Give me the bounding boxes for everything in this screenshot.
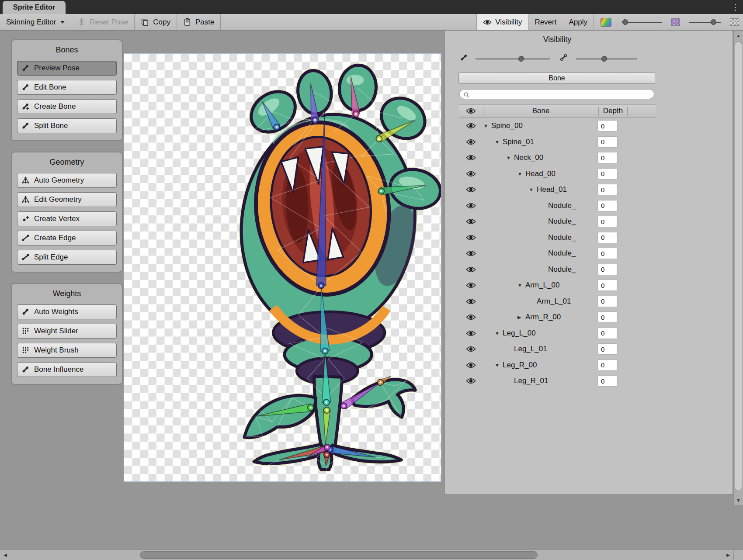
skinning-editor-dropdown[interactable]: Skinning Editor xyxy=(0,14,71,30)
depth-input[interactable] xyxy=(597,311,618,323)
depth-input[interactable] xyxy=(597,232,618,243)
preview-pose-button[interactable]: Preview Pose xyxy=(17,61,117,76)
depth-input[interactable] xyxy=(597,168,618,180)
vertical-scrollbar[interactable]: ▲ ▼ xyxy=(733,31,743,505)
revert-button[interactable]: Revert xyxy=(528,14,562,30)
weight-slider-button[interactable]: Weight Slider xyxy=(17,324,117,339)
bone-row[interactable]: ▼Leg_R_00 xyxy=(458,357,656,373)
expander-down-icon[interactable]: ▼ xyxy=(517,171,525,176)
scroll-left-icon[interactable]: ◀ xyxy=(0,550,10,560)
expander-down-icon[interactable]: ▼ xyxy=(529,187,537,192)
visibility-eye-icon[interactable] xyxy=(458,282,483,289)
visibility-eye-icon[interactable] xyxy=(458,122,483,129)
depth-input[interactable] xyxy=(597,184,618,195)
bone-row[interactable]: ▶Arm_R_00 xyxy=(458,309,656,325)
visibility-eye-icon[interactable] xyxy=(458,186,483,193)
copy-button[interactable]: Copy xyxy=(135,14,177,30)
auto-geometry-button[interactable]: Auto Geometry xyxy=(17,173,117,188)
depth-input[interactable] xyxy=(597,343,618,355)
split-edge-button[interactable]: Split Edge xyxy=(17,250,117,265)
bone-influence-button[interactable]: Bone Influence xyxy=(17,362,117,377)
mesh-opacity-slider[interactable] xyxy=(576,56,637,62)
bone-row[interactable]: Nodule_ xyxy=(458,230,656,246)
visibility-eye-icon[interactable] xyxy=(458,346,483,353)
depth-input[interactable] xyxy=(597,264,618,275)
scroll-up-icon[interactable]: ▲ xyxy=(734,31,743,40)
apply-button[interactable]: Apply xyxy=(562,14,594,30)
depth-input[interactable] xyxy=(597,280,618,291)
column-header-depth[interactable]: Depth xyxy=(599,107,628,115)
sprite-canvas[interactable] xyxy=(124,53,441,482)
bone-row[interactable]: ▼Leg_L_00 xyxy=(458,325,656,342)
visibility-eye-icon[interactable] xyxy=(458,362,483,369)
depth-input[interactable] xyxy=(597,120,618,131)
visibility-eye-icon[interactable] xyxy=(458,266,483,273)
depth-input[interactable] xyxy=(597,328,618,339)
bone-row[interactable]: ▼Spine_01 xyxy=(458,134,656,150)
bone-opacity-slider[interactable] xyxy=(476,56,550,62)
vertical-scroll-thumb[interactable] xyxy=(735,41,742,491)
visibility-eye-icon[interactable] xyxy=(458,170,483,177)
visibility-toggle-button[interactable]: Visibility xyxy=(476,14,528,30)
bone-row[interactable]: ▼Neck_00 xyxy=(458,150,656,166)
visibility-eye-icon[interactable] xyxy=(458,202,483,209)
bone-row[interactable]: ▼Spine_00 xyxy=(458,118,656,134)
bone-tab-button[interactable]: Bone xyxy=(458,73,655,84)
bone-row[interactable]: ▼Arm_L_00 xyxy=(458,277,656,294)
expander-down-icon[interactable]: ▼ xyxy=(517,283,525,288)
bone-row[interactable]: ▼Head_01 xyxy=(458,182,656,198)
slider-handle[interactable] xyxy=(601,56,607,62)
expander-right-icon[interactable]: ▶ xyxy=(517,315,525,320)
horizontal-scroll-thumb[interactable] xyxy=(140,551,538,559)
reset-pose-button[interactable]: Reset Pose xyxy=(71,14,134,30)
depth-input[interactable] xyxy=(597,136,618,148)
tab-sprite-editor[interactable]: Sprite Editor xyxy=(3,1,66,14)
depth-input[interactable] xyxy=(597,296,618,307)
slider-handle[interactable] xyxy=(518,56,524,62)
expander-down-icon[interactable]: ▼ xyxy=(506,155,514,160)
bone-row[interactable]: Arm_L_01 xyxy=(458,294,656,310)
visibility-eye-icon[interactable] xyxy=(458,314,483,321)
window-menu-icon[interactable]: ⋮ xyxy=(730,1,741,13)
scroll-down-icon[interactable]: ▼ xyxy=(734,495,743,505)
depth-input[interactable] xyxy=(597,360,618,371)
create-edge-button[interactable]: Create Edge xyxy=(17,231,117,245)
slider-handle[interactable] xyxy=(622,19,628,25)
visibility-eye-icon[interactable] xyxy=(458,298,483,305)
create-bone-button[interactable]: Create Bone xyxy=(17,99,117,114)
expander-down-icon[interactable]: ▼ xyxy=(495,139,503,145)
split-bone-button[interactable]: Split Bone xyxy=(17,118,117,133)
create-vertex-button[interactable]: Create Vertex xyxy=(17,211,117,226)
slider-handle[interactable] xyxy=(711,19,716,25)
depth-input[interactable] xyxy=(597,152,618,163)
visibility-eye-icon[interactable] xyxy=(458,330,483,337)
visibility-eye-icon[interactable] xyxy=(458,250,483,257)
expander-down-icon[interactable]: ▼ xyxy=(495,363,503,368)
column-header-bone[interactable]: Bone xyxy=(483,107,599,115)
depth-input[interactable] xyxy=(597,375,618,387)
alpha-checker-icon[interactable] xyxy=(730,18,739,26)
bone-row[interactable]: Nodule_ xyxy=(458,262,656,278)
paste-button[interactable]: Paste xyxy=(177,14,220,30)
visibility-eye-icon[interactable] xyxy=(458,154,483,161)
depth-input[interactable] xyxy=(597,248,618,259)
expander-down-icon[interactable]: ▼ xyxy=(483,123,491,128)
bone-row[interactable]: Nodule_ xyxy=(458,198,656,214)
auto-weights-button[interactable]: Auto Weights xyxy=(17,304,117,319)
edit-bone-button[interactable]: Edit Bone xyxy=(17,80,117,95)
bone-row[interactable]: Nodule_ xyxy=(458,245,656,262)
bone-row[interactable]: Nodule_ xyxy=(458,214,656,230)
visibility-eye-icon[interactable] xyxy=(458,234,483,241)
toolbar-opacity-slider[interactable] xyxy=(622,19,662,25)
horizontal-scrollbar[interactable]: ◀ ▶ xyxy=(0,550,743,560)
visibility-eye-icon[interactable] xyxy=(458,377,483,384)
expander-down-icon[interactable]: ▼ xyxy=(495,331,503,336)
visibility-eye-icon[interactable] xyxy=(458,138,483,145)
depth-input[interactable] xyxy=(597,216,618,227)
weight-brush-button[interactable]: Weight Brush xyxy=(17,343,117,358)
search-input[interactable] xyxy=(472,90,650,98)
bone-row[interactable]: Leg_R_01 xyxy=(458,373,656,389)
toolbar-alpha-slider[interactable] xyxy=(689,19,721,25)
bone-row[interactable]: Leg_L_01 xyxy=(458,341,656,357)
depth-input[interactable] xyxy=(597,200,618,211)
